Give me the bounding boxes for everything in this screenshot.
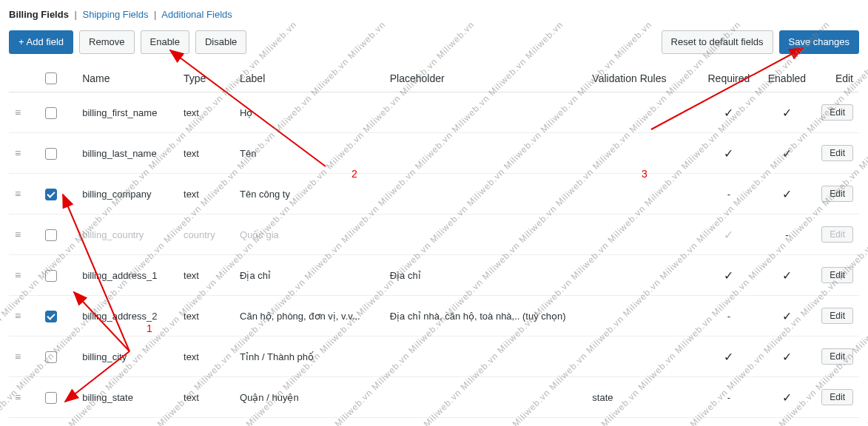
cell-placeholder xyxy=(384,377,587,418)
drag-handle-icon[interactable]: ≡ xyxy=(15,147,21,159)
cell-type: text xyxy=(178,296,234,337)
cell-validation: postcode xyxy=(586,418,699,426)
row-checkbox[interactable] xyxy=(45,270,57,282)
edit-button[interactable]: Edit xyxy=(821,267,853,283)
cell-validation xyxy=(586,337,699,377)
disable-button[interactable]: Disable xyxy=(195,30,246,54)
cell-placeholder xyxy=(384,133,587,174)
cell-placeholder: Địa chỉ nhà, căn hộ, toà nhà,.. (tuỳ chọ… xyxy=(384,296,587,337)
cell-type: text xyxy=(178,377,234,418)
check-icon: ✓ xyxy=(724,106,733,119)
cell-label: Địa chỉ xyxy=(234,255,384,296)
cell-enabled: ✓ xyxy=(758,337,815,377)
col-required: Required xyxy=(699,64,758,92)
col-enabled: Enabled xyxy=(758,64,815,92)
edit-button[interactable]: Edit xyxy=(821,308,853,324)
table-row: ≡ billing_first_name text Họ ✓ ✓ Edit xyxy=(9,92,859,133)
cell-type: text xyxy=(178,174,234,214)
cell-enabled: ✓ xyxy=(758,418,815,426)
cell-required: ✓ xyxy=(699,133,758,174)
cell-type: country xyxy=(178,214,234,255)
add-field-button[interactable]: + Add field xyxy=(9,30,73,54)
cell-enabled: ✓ xyxy=(758,296,815,337)
cell-label: Quốc gia xyxy=(234,214,384,255)
drag-handle-icon[interactable]: ≡ xyxy=(15,188,21,200)
check-icon: ✓ xyxy=(782,351,792,363)
row-checkbox[interactable] xyxy=(45,148,57,160)
enable-button[interactable]: Enable xyxy=(141,30,189,54)
row-checkbox[interactable] xyxy=(45,351,57,363)
row-checkbox[interactable] xyxy=(45,229,57,241)
row-checkbox[interactable] xyxy=(45,311,57,322)
check-icon: ✓ xyxy=(782,269,792,282)
dash-icon: - xyxy=(727,189,730,200)
col-label: Label xyxy=(234,64,384,92)
drag-handle-icon[interactable]: ≡ xyxy=(15,391,21,403)
cell-validation: state xyxy=(586,377,699,418)
cell-validation xyxy=(586,296,699,337)
remove-button[interactable]: Remove xyxy=(79,30,134,54)
reset-button[interactable]: Reset to default fields xyxy=(662,30,773,54)
cell-validation xyxy=(586,133,699,174)
cell-validation xyxy=(586,92,699,133)
cell-placeholder xyxy=(384,337,587,377)
dash-icon: - xyxy=(727,392,730,403)
col-type: Type xyxy=(178,64,234,92)
cell-placeholder xyxy=(384,92,587,133)
col-edit: Edit xyxy=(815,64,859,92)
cell-name: billing_last_name xyxy=(76,133,178,174)
row-checkbox[interactable] xyxy=(45,107,57,119)
drag-handle-icon[interactable]: ≡ xyxy=(15,106,21,118)
fields-table: Name Type Label Placeholder Validation R… xyxy=(9,64,859,426)
cell-enabled: ✓ xyxy=(758,255,815,296)
drag-handle-icon[interactable]: ≡ xyxy=(15,310,21,322)
check-icon: ✓ xyxy=(782,310,792,322)
cell-name: billing_address_2 xyxy=(76,296,178,337)
cell-validation xyxy=(586,255,699,296)
check-icon: ✓ xyxy=(782,188,792,200)
table-row: ≡ billing_company text Tên công ty - ✓ E… xyxy=(9,174,859,214)
cell-placeholder xyxy=(384,174,587,214)
edit-button[interactable]: Edit xyxy=(821,145,853,161)
edit-button[interactable]: Edit xyxy=(821,226,853,243)
cell-type: text xyxy=(178,133,234,174)
edit-button[interactable]: Edit xyxy=(821,389,853,405)
check-icon: ✓ xyxy=(782,147,792,160)
cell-required: ✓ xyxy=(699,255,758,296)
check-icon: ✓ xyxy=(724,269,733,282)
check-icon: ✓ xyxy=(782,391,792,404)
tab-billing[interactable]: Billing Fields xyxy=(9,9,69,20)
edit-button[interactable]: Edit xyxy=(821,104,853,121)
drag-handle-icon[interactable]: ≡ xyxy=(15,229,21,240)
cell-placeholder xyxy=(384,214,587,255)
row-checkbox[interactable] xyxy=(45,392,57,404)
cell-required: ✓ xyxy=(699,92,758,133)
table-row: ≡ billing_postcode text Mã bưu điện post… xyxy=(9,418,859,426)
dash-icon: - xyxy=(785,229,788,240)
cell-label: Tỉnh / Thành phố xyxy=(234,337,384,377)
table-row: ≡ billing_country country Quốc gia ✓ - E… xyxy=(9,214,859,255)
cell-type: text xyxy=(178,337,234,377)
cell-type: text xyxy=(178,418,234,426)
col-placeholder: Placeholder xyxy=(384,64,587,92)
save-button[interactable]: Save changes xyxy=(779,30,859,54)
tab-additional[interactable]: Additional Fields xyxy=(161,9,232,20)
table-row: ≡ billing_last_name text Tên ✓ ✓ Edit xyxy=(9,133,859,174)
drag-handle-icon[interactable]: ≡ xyxy=(15,269,21,281)
cell-validation xyxy=(586,174,699,214)
select-all-checkbox[interactable] xyxy=(45,72,57,84)
row-checkbox[interactable] xyxy=(45,189,57,200)
cell-required: - xyxy=(699,418,758,426)
drag-handle-icon[interactable]: ≡ xyxy=(15,351,21,362)
cell-enabled: ✓ xyxy=(758,174,815,214)
cell-label: Quận / huyện xyxy=(234,377,384,418)
edit-button[interactable]: Edit xyxy=(821,348,853,365)
check-icon: ✓ xyxy=(724,147,733,160)
cell-name: billing_company xyxy=(76,174,178,214)
tab-shipping[interactable]: Shipping Fields xyxy=(83,9,149,20)
cell-type: text xyxy=(178,255,234,296)
cell-name: billing_postcode xyxy=(76,418,178,426)
edit-button[interactable]: Edit xyxy=(821,186,853,202)
cell-placeholder: Địa chỉ xyxy=(384,255,587,296)
col-validation: Validation Rules xyxy=(586,64,699,92)
